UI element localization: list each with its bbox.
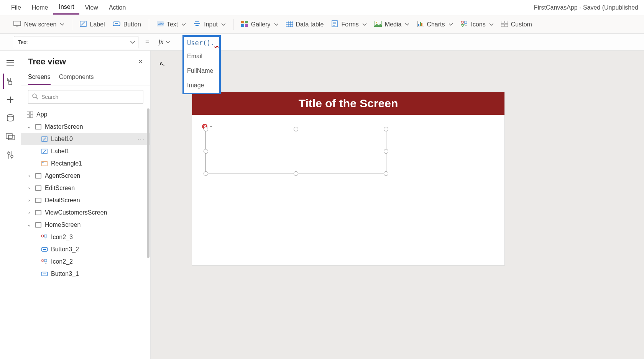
tree-item-agentscreen[interactable]: › AgentScreen xyxy=(21,170,150,182)
tree-app[interactable]: App xyxy=(21,108,150,121)
gallery-dropdown[interactable]: Gallery xyxy=(237,18,282,31)
tab-components[interactable]: Components xyxy=(59,71,94,85)
menu-action[interactable]: Action xyxy=(104,1,131,14)
chevron-down-icon[interactable]: ⌄ xyxy=(209,123,213,128)
close-panel-button[interactable]: ✕ xyxy=(138,57,143,66)
media-dropdown[interactable]: Media xyxy=(370,18,413,31)
label-button[interactable]: Label xyxy=(76,18,108,31)
svg-rect-54 xyxy=(27,111,30,114)
tree-item-homescreen[interactable]: ⌄ HomeScreen xyxy=(21,219,150,231)
input-dropdown[interactable]: Input xyxy=(189,18,229,31)
search-input[interactable]: Search xyxy=(28,90,143,104)
main-area: Tree view ✕ Screens Components Search Ap… xyxy=(0,51,644,359)
fx-label: fx xyxy=(159,38,164,46)
canvas-area[interactable]: ↖ Title of the Screen ✕ ⌄ xyxy=(151,51,644,359)
svg-rect-0 xyxy=(14,21,21,26)
hamburger-button[interactable] xyxy=(3,55,18,70)
svg-rect-47 xyxy=(8,135,15,140)
menu-insert[interactable]: Insert xyxy=(53,0,79,15)
tree-item-button31[interactable]: Button3_1 xyxy=(21,268,150,280)
svg-point-50 xyxy=(8,152,10,154)
svg-rect-35 xyxy=(501,24,504,27)
data-table-label: Data table xyxy=(296,21,324,28)
svg-text:+: + xyxy=(45,262,47,264)
more-options-button[interactable]: ··· xyxy=(138,136,145,143)
tools-rail-button[interactable] xyxy=(3,147,18,162)
tree-item-label: Icon2_2 xyxy=(51,258,73,265)
icons-label: Icons xyxy=(471,21,486,28)
charts-dropdown[interactable]: Charts xyxy=(413,18,456,31)
tree-item-label: ViewCustomersScreen xyxy=(45,209,107,216)
tree-item-label1[interactable]: Label1 xyxy=(21,145,150,157)
svg-rect-11 xyxy=(245,21,248,23)
svg-rect-56 xyxy=(27,115,30,118)
chevron-right-icon[interactable]: › xyxy=(26,173,32,179)
formula-bar: Text = fx xyxy=(0,34,644,51)
separator xyxy=(72,19,72,30)
menu-file[interactable]: File xyxy=(6,1,26,14)
menu-home[interactable]: Home xyxy=(26,1,54,14)
text-dropdown[interactable]: Abc Text xyxy=(153,19,189,30)
tree-title: Tree view xyxy=(28,57,66,67)
scrollbar[interactable] xyxy=(147,108,150,258)
property-selector[interactable]: Text xyxy=(14,36,138,48)
chevron-down-icon[interactable]: ⌄ xyxy=(26,124,32,130)
svg-rect-65 xyxy=(36,198,41,203)
tree-item-masterscreen[interactable]: ⌄ MasterScreen xyxy=(21,121,150,133)
svg-rect-72 xyxy=(43,249,46,250)
screen-frame[interactable]: Title of the Screen ✕ ⌄ xyxy=(192,92,504,265)
insert-ribbon: New screen Label Button Abc Text Input G… xyxy=(0,15,644,34)
svg-rect-57 xyxy=(30,115,33,118)
tree-item-editscreen[interactable]: › EditScreen xyxy=(21,182,150,194)
media-label: Media xyxy=(385,21,402,28)
data-table-icon xyxy=(286,21,293,28)
charts-icon xyxy=(417,21,424,28)
new-screen-button[interactable]: New screen xyxy=(10,18,68,31)
formula-text[interactable]: User(). xyxy=(184,37,219,49)
svg-text:+: + xyxy=(465,24,467,27)
tree-view-rail-button[interactable] xyxy=(3,74,18,89)
tree-item-rectangle1[interactable]: Rectangle1 xyxy=(21,157,150,170)
svg-rect-31 xyxy=(465,21,467,23)
svg-point-73 xyxy=(41,259,44,262)
button-button[interactable]: Button xyxy=(109,18,145,31)
data-rail-button[interactable] xyxy=(3,110,18,126)
chevron-right-icon[interactable]: › xyxy=(26,198,32,203)
intellisense-option-image[interactable]: Image xyxy=(184,78,219,93)
chevron-right-icon[interactable]: › xyxy=(26,210,32,215)
media-icon xyxy=(374,21,382,28)
custom-dropdown[interactable]: Custom xyxy=(497,18,536,31)
svg-rect-55 xyxy=(30,111,33,114)
tree-items[interactable]: App ⌄ MasterScreen Label10 ··· Label1 xyxy=(21,108,150,355)
fx-button[interactable]: fx xyxy=(156,38,172,46)
screen-icon xyxy=(13,21,21,28)
tree-item-detailscreen[interactable]: › DetailScreen xyxy=(21,194,150,207)
tree-item-button32[interactable]: Button3_2 xyxy=(21,243,150,256)
screen-title-text: Title of the Screen xyxy=(299,97,398,110)
data-table-button[interactable]: Data table xyxy=(282,18,328,31)
forms-label: Forms xyxy=(341,21,358,28)
media-rail-button[interactable] xyxy=(3,129,18,144)
tree-item-viewcustomersscreen[interactable]: › ViewCustomersScreen xyxy=(21,207,150,219)
selected-label-control[interactable]: ✕ ⌄ xyxy=(205,129,386,174)
svg-text:+: + xyxy=(45,237,47,240)
forms-dropdown[interactable]: Forms xyxy=(327,18,370,31)
svg-point-62 xyxy=(43,162,44,163)
tab-screens[interactable]: Screens xyxy=(28,71,51,85)
insert-rail-button[interactable] xyxy=(3,92,18,107)
equals-sign: = xyxy=(143,38,152,46)
tree-item-icon23[interactable]: + Icon2_3 xyxy=(21,231,150,243)
icons-dropdown[interactable]: + Icons xyxy=(457,18,497,31)
intellisense-option-fullname[interactable]: FullName xyxy=(184,64,219,78)
svg-point-68 xyxy=(41,235,44,237)
chevron-down-icon[interactable]: ⌄ xyxy=(26,222,32,228)
intellisense-option-email[interactable]: Email xyxy=(184,49,219,64)
menu-view[interactable]: View xyxy=(79,1,103,14)
tree-item-label10[interactable]: Label10 ··· xyxy=(21,133,150,145)
custom-label: Custom xyxy=(511,21,532,28)
chevron-right-icon[interactable]: › xyxy=(26,185,32,191)
formula-input[interactable] xyxy=(177,36,634,48)
tree-item-label: EditScreen xyxy=(45,185,75,192)
tree-item-icon22[interactable]: + Icon2_2 xyxy=(21,256,150,268)
screen-title-bar[interactable]: Title of the Screen xyxy=(192,92,504,115)
